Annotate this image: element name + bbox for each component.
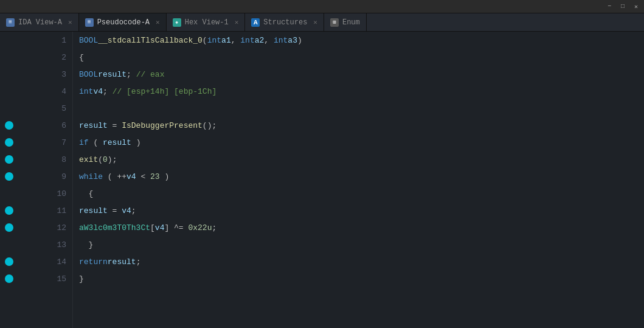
code-line-15: }: [79, 270, 644, 287]
bp-dot-11: [5, 206, 13, 215]
bp-dot-8: [5, 155, 13, 164]
gutter-row-1: 1: [0, 32, 72, 49]
line-number-6: 6: [18, 121, 72, 130]
code-line-11: result = v4;: [79, 202, 644, 219]
gutter-row-2: 2: [0, 49, 72, 66]
code-line-12: aW3lc0m3T0Th3Ct[v4] ^= 0x22u;: [79, 219, 644, 236]
code-line-9: while ( ++v4 < 23 ): [79, 168, 644, 185]
breakpoint-15[interactable]: [0, 274, 18, 283]
code-line-14: return result;: [79, 253, 644, 270]
code-line-10: {: [79, 185, 644, 202]
line-number-8: 8: [18, 155, 72, 164]
bp-dot-14: [5, 257, 13, 266]
bp-dot-12: [5, 223, 13, 232]
bp-dot-7: [5, 138, 13, 147]
line-number-3: 3: [18, 70, 72, 79]
gutter-row-5: 5: [0, 100, 72, 117]
tab-label-structures: Structures: [263, 18, 307, 27]
tab-ida-view[interactable]: ≡IDA View-A✕: [0, 13, 79, 31]
tab-label-pseudocode: Pseudocode-A: [97, 18, 150, 27]
line-number-15: 15: [18, 274, 72, 284]
gutter-row-11: 11: [0, 202, 72, 219]
breakpoint-12[interactable]: [0, 223, 18, 232]
code-line-3: BOOL result; // eax: [79, 66, 644, 83]
tab-close-structures[interactable]: ✕: [313, 18, 317, 26]
code-line-6: result = IsDebuggerPresent();: [79, 117, 644, 134]
tab-close-hex-view[interactable]: ✕: [235, 18, 239, 26]
bp-dot-15: [5, 274, 13, 283]
code-line-7: if ( result ): [79, 134, 644, 151]
code-line-13: }: [79, 236, 644, 253]
line-number-9: 9: [18, 172, 72, 181]
code-area[interactable]: BOOL __stdcall TlsCallback_0(int a1, int…: [73, 32, 644, 328]
line-number-5: 5: [18, 104, 72, 113]
tab-close-pseudocode[interactable]: ✕: [156, 18, 160, 26]
gutter-row-3: 3: [0, 66, 72, 83]
bp-dot-6: [5, 121, 13, 130]
hex-view-icon: ◈: [173, 18, 181, 27]
breakpoint-9[interactable]: [0, 172, 18, 181]
title-bar: − □ ✕: [0, 0, 644, 13]
tab-bar: ≡IDA View-A✕≡Pseudocode-A✕◈Hex View-1✕AS…: [0, 13, 644, 32]
gutter-row-4: 4: [0, 83, 72, 100]
tab-hex-view[interactable]: ◈Hex View-1✕: [167, 13, 246, 31]
gutter-row-8: 8: [0, 151, 72, 168]
ida-view-icon: ≡: [6, 18, 15, 27]
line-number-2: 2: [18, 53, 72, 62]
structures-icon: A: [251, 18, 260, 27]
line-number-13: 13: [18, 240, 72, 249]
line-number-10: 10: [18, 189, 72, 198]
tab-enum[interactable]: ⊞Enum: [324, 13, 367, 31]
breakpoint-7[interactable]: [0, 138, 18, 147]
enum-icon: ⊞: [330, 18, 339, 27]
minimize-button[interactable]: −: [605, 2, 614, 11]
close-button[interactable]: ✕: [632, 2, 640, 11]
maximize-button[interactable]: □: [618, 2, 627, 11]
gutter-row-7: 7: [0, 134, 72, 151]
tab-label-hex-view: Hex View-1: [185, 18, 229, 27]
gutter-row-12: 12: [0, 219, 72, 236]
bp-dot-9: [5, 172, 13, 181]
tab-structures[interactable]: AStructures✕: [245, 13, 324, 31]
gutter-row-10: 10: [0, 185, 72, 202]
line-number-7: 7: [18, 138, 72, 147]
gutter-row-13: 13: [0, 236, 72, 253]
breakpoint-6[interactable]: [0, 121, 18, 130]
gutter-row-6: 6: [0, 117, 72, 134]
gutter-row-15: 15: [0, 270, 72, 287]
breakpoint-11[interactable]: [0, 206, 18, 215]
code-line-4: int v4; // [esp+14h] [ebp-1Ch]: [79, 83, 644, 100]
line-number-12: 12: [18, 223, 72, 232]
line-number-1: 1: [18, 36, 72, 45]
code-line-8: exit(0);: [79, 151, 644, 168]
code-line-1: BOOL __stdcall TlsCallback_0(int a1, int…: [79, 32, 644, 49]
line-number-11: 11: [18, 206, 72, 215]
breakpoint-8[interactable]: [0, 155, 18, 164]
tab-close-ida-view[interactable]: ✕: [68, 18, 72, 26]
line-number-4: 4: [18, 87, 72, 96]
main-area: 123456789101112131415 BOOL __stdcall Tls…: [0, 32, 644, 328]
gutter-row-14: 14: [0, 253, 72, 270]
line-number-14: 14: [18, 257, 72, 267]
pseudocode-icon: ≡: [85, 18, 94, 27]
line-gutter: 123456789101112131415: [0, 32, 73, 328]
gutter-row-9: 9: [0, 168, 72, 185]
code-line-2: {: [79, 49, 644, 66]
code-line-5: [79, 100, 644, 117]
breakpoint-14[interactable]: [0, 257, 18, 266]
tab-label-enum: Enum: [342, 18, 360, 27]
tab-pseudocode[interactable]: ≡Pseudocode-A✕: [79, 13, 167, 31]
tab-label-ida-view: IDA View-A: [18, 18, 62, 27]
